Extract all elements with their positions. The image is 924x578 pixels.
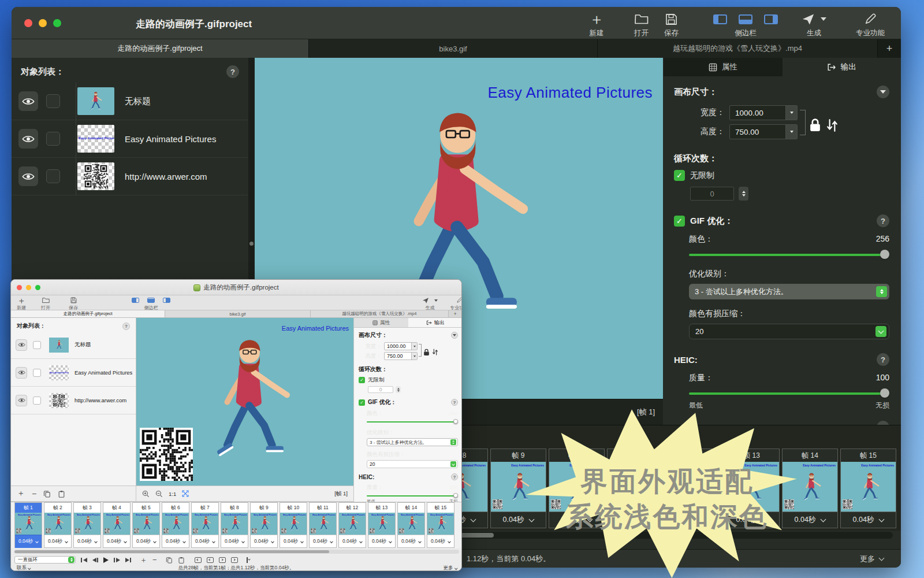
frame-thumbnail[interactable]: Easy Animated Pictures [339, 513, 366, 535]
frame-thumbnail[interactable]: Easy Animated Pictures [103, 513, 130, 535]
timeline-frame[interactable]: 帧 13 Easy Animated Pictures 0.04秒 [368, 502, 396, 548]
frame-duration[interactable]: 0.04秒 [103, 535, 130, 548]
add-tab-button[interactable]: + [878, 39, 901, 58]
generate-button[interactable]: 生成 [422, 297, 438, 311]
slider-knob[interactable] [453, 493, 458, 498]
optimization-level-select[interactable]: 3 - 尝试以上多种优化方法。 [367, 438, 458, 446]
frame-duration[interactable]: 0.04秒 [44, 535, 71, 548]
frame-duration[interactable]: 0.04秒 [133, 535, 159, 548]
left-sidebar-toggle-icon[interactable] [132, 298, 139, 303]
select-checkbox[interactable] [46, 169, 60, 183]
preview-canvas[interactable]: Easy Animated Pictures [136, 318, 353, 486]
frame-thumbnail[interactable]: Easy Animated Pictures [310, 513, 336, 535]
frame-thumbnail[interactable]: Easy Animated Pictures [398, 513, 424, 535]
frame-duration[interactable]: 0.04秒 [339, 535, 366, 548]
collapse-button[interactable] [877, 86, 889, 98]
lossy-compression-combo[interactable]: 20 [689, 324, 889, 339]
width-field[interactable]: 1000.00 [384, 342, 418, 350]
frame-thumbnail[interactable]: Easy Animated Pictures [221, 513, 248, 535]
split-frames-icon[interactable] [247, 557, 251, 563]
timeline-scrollbar[interactable] [14, 550, 459, 554]
play-button[interactable] [103, 557, 109, 563]
save-button[interactable]: 保存 [69, 297, 78, 311]
insert-frame-right-icon[interactable] [219, 557, 226, 563]
frame-duration[interactable]: 0.04秒 [192, 535, 218, 548]
select-checkbox[interactable] [33, 397, 41, 405]
frame-thumbnail[interactable]: Easy Animated Pictures [280, 513, 307, 535]
frame-duration[interactable]: 0.04秒 [427, 535, 454, 548]
dropdown-caret-icon[interactable] [434, 299, 438, 302]
open-button[interactable]: 打开 [634, 12, 649, 38]
tab-video[interactable]: 越玩越聪明的游戏《雪人玩交换》.mp4 [598, 39, 878, 58]
select-checkbox[interactable] [33, 341, 41, 349]
more-button[interactable]: 更多 [444, 565, 457, 571]
zoom-button[interactable] [53, 19, 61, 27]
collapse-button[interactable] [451, 332, 458, 339]
help-button[interactable]: ? [877, 214, 889, 227]
frame-duration[interactable]: 0.04秒 [310, 535, 336, 548]
fit-expand-icon[interactable] [182, 490, 189, 497]
frame-duration[interactable]: 0.04秒 [221, 535, 248, 548]
frame-duration[interactable]: 0.04秒 [74, 535, 100, 548]
new-button[interactable]: ＋ 新建 [589, 12, 604, 38]
gif-optimize-checkbox[interactable]: GIF 优化： [674, 216, 733, 227]
visibility-button[interactable] [18, 91, 38, 111]
help-button[interactable]: ? [226, 65, 239, 78]
loop-mode-select[interactable]: 一直循环 [14, 556, 76, 564]
open-button[interactable]: 打开 [41, 297, 50, 311]
timeline-frame[interactable]: 帧 1 Easy Animated Pictures 0.04秒 [14, 502, 42, 548]
timeline-frame[interactable]: 帧 6 Easy Animated Pictures 0.04秒 [162, 502, 189, 548]
remove-frame-button[interactable]: − [32, 489, 36, 498]
skip-to-start-button[interactable] [81, 558, 87, 562]
slider-knob[interactable] [880, 388, 889, 398]
timeline-frame[interactable]: 帧 4 Easy Animated Pictures 0.04秒 [103, 502, 131, 548]
frame-thumbnail[interactable]: Easy Animated Pictures [162, 513, 189, 535]
timeline-frame[interactable]: 帧 15 Easy Animated Pictures 0.04秒 [427, 502, 454, 548]
colors-slider[interactable] [689, 249, 889, 260]
object-row-qr[interactable]: http://www.arwer.com [12, 158, 248, 195]
timeline-frame[interactable]: 帧 14 Easy Animated Pictures 0.04秒 [397, 502, 425, 548]
select-checkbox[interactable] [46, 132, 60, 146]
optimization-level-select[interactable]: 3 - 尝试以上多种优化方法。 [689, 284, 889, 299]
heic-quality-slider[interactable] [689, 388, 889, 398]
loop-count-field[interactable]: 0 [690, 187, 734, 201]
timeline-frame[interactable]: 帧 15 Easy Animated Pictures 0.04秒 [840, 449, 896, 528]
height-field[interactable]: 750.00 [729, 124, 798, 139]
frame-thumbnail[interactable]: Easy Animated Pictures [192, 513, 218, 535]
save-button[interactable]: 保存 [664, 12, 679, 38]
bottom-bar-toggle-icon[interactable] [739, 14, 752, 24]
loop-count-stepper[interactable] [739, 187, 748, 201]
right-sidebar-toggle-icon[interactable] [764, 14, 778, 24]
frame-duration[interactable]: 0.04秒 [15, 535, 42, 548]
insert-frame-after-icon[interactable] [231, 557, 238, 563]
timeline-frame[interactable]: 帧 3 Easy Animated Pictures 0.04秒 [73, 502, 101, 548]
more-button[interactable]: 更多 [860, 554, 884, 564]
scrollbar-thumb[interactable] [14, 550, 329, 553]
help-button[interactable]: ? [451, 473, 458, 480]
height-field[interactable]: 750.00 [384, 352, 418, 360]
remove-frame-button[interactable]: − [152, 555, 157, 564]
slider-knob[interactable] [880, 250, 889, 259]
object-row-text[interactable]: Easy Animated Pictures Easy Animated Pic… [12, 120, 248, 158]
tab-video[interactable]: 越玩越聪明的游戏《雪人玩交换》.mp4 [311, 310, 449, 317]
frame-thumbnail[interactable]: Easy Animated Pictures [15, 513, 42, 535]
pro-features-button[interactable]: 专业功能 [450, 297, 462, 311]
slider-knob[interactable] [453, 419, 458, 424]
paste-icon[interactable] [178, 557, 185, 564]
visibility-button[interactable] [16, 339, 27, 351]
colors-slider[interactable] [367, 419, 458, 424]
tab-output[interactable]: 输出 [408, 318, 462, 327]
frame-thumbnail[interactable]: Easy Animated Pictures [368, 513, 395, 535]
select-checkbox[interactable] [46, 94, 60, 108]
copy-icon[interactable] [166, 557, 173, 564]
right-sidebar-toggle-icon[interactable] [163, 298, 170, 303]
lock-icon[interactable] [809, 118, 821, 132]
timeline-frame[interactable]: 帧 2 Easy Animated Pictures 0.04秒 [44, 502, 72, 548]
timeline-frame[interactable]: 帧 5 Easy Animated Pictures 0.04秒 [132, 502, 160, 548]
loop-count-field[interactable]: 0 [368, 386, 393, 393]
frame-thumbnail[interactable]: Easy Animated Pictures [427, 513, 454, 535]
bottom-bar-toggle-icon[interactable] [147, 298, 155, 303]
close-button[interactable] [24, 19, 32, 27]
tab-bike3[interactable]: bike3.gif [309, 39, 598, 58]
pro-features-button[interactable]: 专业功能 [856, 12, 885, 38]
